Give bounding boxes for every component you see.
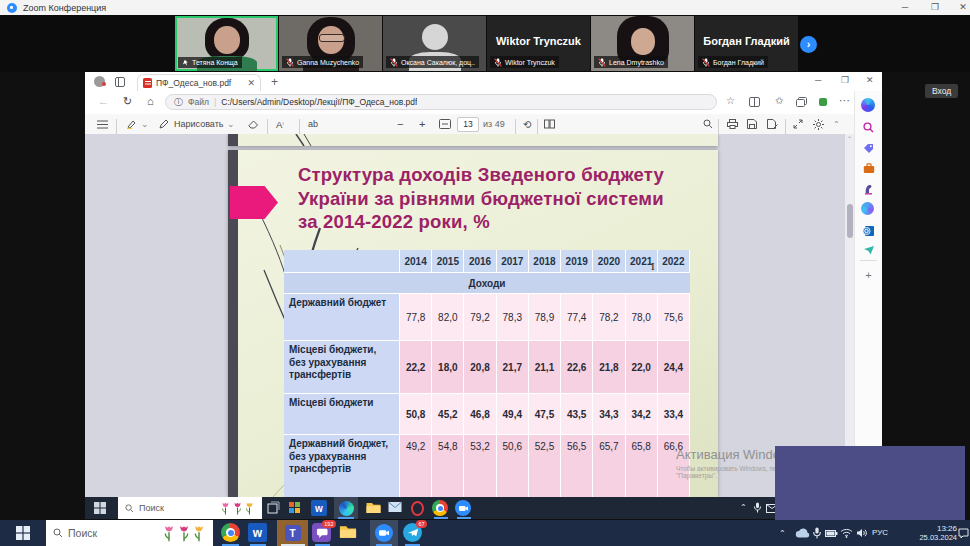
app-blue-icon[interactable]	[455, 500, 471, 516]
language-indicator[interactable]: РУС	[872, 528, 888, 537]
tray-expand-icon[interactable]: ⌃	[779, 529, 786, 538]
highlighter-icon[interactable]	[126, 114, 136, 134]
viber-icon[interactable]: 192	[312, 523, 331, 542]
zoom-out-icon[interactable]: −	[397, 114, 403, 134]
draw-label[interactable]: Нарисовать	[174, 114, 223, 134]
zoom-in-icon[interactable]: +	[419, 114, 425, 134]
participant-tile[interactable]: Тетяна Конща	[175, 16, 278, 71]
fit-page-icon[interactable]	[439, 114, 451, 134]
scroll-up-icon[interactable]: ⌃	[847, 135, 852, 142]
scrollbar-thumb[interactable]	[847, 204, 853, 238]
home-icon[interactable]: ⌂	[147, 95, 154, 107]
signin-button[interactable]: Вход	[925, 84, 958, 98]
close-button[interactable]: ✕	[950, 0, 970, 15]
extension-icon[interactable]	[818, 97, 828, 107]
games-icon[interactable]	[861, 182, 876, 197]
more-menu-icon[interactable]: ⋯	[839, 95, 850, 106]
sidebar-search-icon[interactable]	[861, 120, 876, 135]
onedrive-icon[interactable]	[795, 528, 810, 538]
action-center-icon[interactable]	[958, 528, 969, 539]
save-as-icon[interactable]	[767, 114, 778, 134]
page-number-input[interactable]: 13	[457, 118, 479, 131]
opera-icon[interactable]	[411, 501, 424, 516]
rotate-icon[interactable]: ⟲	[523, 114, 531, 134]
collections-icon[interactable]	[796, 97, 807, 107]
print-icon[interactable]	[727, 114, 738, 134]
teams-icon[interactable]: T	[277, 520, 308, 546]
info-icon[interactable]: ⓘ	[174, 96, 183, 109]
zoom-app-icon[interactable]	[370, 520, 398, 546]
draw-dropdown[interactable]: ⌄	[227, 114, 235, 134]
split-screen-icon[interactable]	[749, 97, 760, 107]
browser-maximize-button[interactable]: ❐	[841, 76, 849, 85]
settings-gear-icon[interactable]	[813, 114, 824, 134]
taskbar-search-input[interactable]: Поиск	[46, 520, 213, 546]
back-icon[interactable]: ←	[98, 95, 109, 107]
tray-mic-icon[interactable]	[812, 527, 822, 539]
word-icon[interactable]: w	[311, 500, 327, 516]
copilot-icon[interactable]	[861, 98, 875, 112]
desktop-search-input[interactable]: Поиск	[118, 497, 262, 519]
tray-mic-icon[interactable]	[753, 502, 762, 513]
tray-expand-icon[interactable]: ⌃	[740, 503, 747, 512]
wifi-icon[interactable]	[840, 528, 853, 538]
pdf-toolbar: ⌄ Нарисовать ⌄ A⁾ ab − + 13 из 49 ⟲	[85, 114, 882, 135]
chrome-icon[interactable]	[221, 523, 240, 542]
favorites-bar-icon[interactable]: ✩	[775, 96, 783, 106]
search-highlight-tulips[interactable]	[220, 501, 255, 516]
participant-tile[interactable]: Lena Dmytrashko	[591, 16, 694, 71]
zoom-logo-icon	[7, 3, 17, 13]
outlook-icon[interactable]	[861, 223, 876, 238]
pdf-content[interactable]: Структура доходів Зведеного бюджету Укра…	[85, 134, 845, 497]
file-explorer-icon[interactable]	[366, 501, 381, 514]
app-grid-icon[interactable]	[288, 501, 301, 514]
browser-tab[interactable]: ПФ_Одеса_нов.pdf ✕	[137, 74, 261, 91]
browser-close-button[interactable]: ✕	[866, 76, 874, 85]
new-tab-button[interactable]: +	[271, 76, 278, 88]
volume-icon[interactable]	[856, 528, 868, 538]
file-explorer-icon[interactable]	[339, 524, 357, 539]
fullscreen-icon[interactable]	[793, 114, 803, 134]
maximize-button[interactable]: ❐	[922, 0, 948, 15]
page-view-icon[interactable]	[544, 114, 555, 134]
tab-close-icon[interactable]: ✕	[247, 79, 255, 88]
next-participants-button[interactable]: ›	[800, 36, 817, 53]
browser-minimize-button[interactable]: ─	[815, 76, 821, 85]
battery-icon[interactable]	[825, 530, 838, 537]
participant-tile[interactable]: Оксана Сакалюк, доц..	[383, 16, 486, 71]
address-field[interactable]: ⓘ Файл | C:/Users/Admin/Desktop/Лекції/П…	[165, 94, 717, 110]
shopping-tag-icon[interactable]	[861, 141, 876, 156]
table-row: Державний бюджет, без урахування трансфе…	[284, 435, 690, 497]
clock[interactable]: 13:26 25.03.2024	[905, 524, 957, 542]
minimize-button[interactable]: ─	[892, 0, 918, 15]
participant-tile[interactable]: Ganna Muzychenko	[279, 16, 382, 71]
refresh-icon[interactable]: ↻	[123, 95, 132, 108]
read-aloud-icon[interactable]: A⁾	[276, 114, 284, 134]
draw-pen-icon[interactable]	[159, 114, 169, 134]
highlighter-dropdown[interactable]: ⌄	[141, 114, 149, 134]
drop-icon[interactable]	[861, 243, 876, 258]
tools-icon[interactable]	[861, 161, 876, 176]
translate-icon[interactable]: ab	[308, 114, 318, 134]
participant-tile[interactable]: Богдан Гладкий Богдан Гладкий	[695, 16, 798, 71]
toc-icon[interactable]	[97, 114, 108, 134]
search-document-icon[interactable]	[703, 114, 713, 134]
tab-actions-icon[interactable]	[115, 77, 125, 87]
search-highlight-tulips[interactable]	[162, 524, 206, 543]
edge-icon[interactable]	[334, 497, 358, 519]
participant-label: Ganna Muzychenko	[282, 56, 363, 68]
task-view-icon[interactable]	[267, 501, 280, 514]
eraser-icon[interactable]	[248, 114, 259, 134]
participant-tile[interactable]: Wiktor Trynczuk Wiktor Trynczuk	[487, 16, 590, 71]
toolbar-collapse-icon[interactable]: ⌃	[833, 114, 840, 134]
chrome-icon[interactable]	[432, 500, 448, 516]
telegram-icon[interactable]: 67	[403, 523, 422, 542]
save-icon[interactable]	[747, 114, 757, 134]
m365-icon[interactable]	[861, 202, 874, 215]
mail-icon[interactable]	[388, 501, 402, 513]
word-icon[interactable]: w	[248, 523, 267, 542]
sidebar-add-icon[interactable]: +	[861, 267, 876, 282]
favorite-star-icon[interactable]: ☆	[726, 96, 735, 106]
start-button[interactable]	[94, 502, 106, 514]
start-button[interactable]	[0, 520, 46, 546]
